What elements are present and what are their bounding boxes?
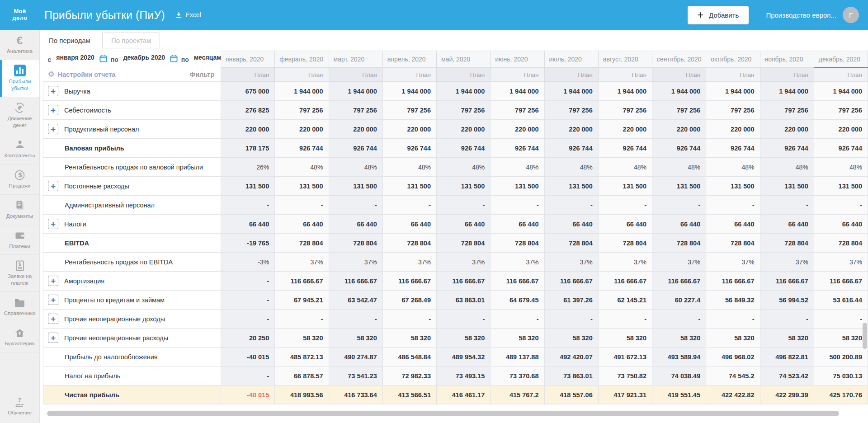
folder-icon (1, 296, 38, 309)
report-settings-link[interactable]: ⚙ Настройки отчета (48, 70, 116, 78)
column-header-month-12[interactable]: декабрь, 2020 (814, 51, 868, 68)
value-cell: 58 320 (760, 329, 814, 348)
column-header-month-7[interactable]: июль, 2020 (544, 51, 598, 68)
value-cell: 728 804 (275, 234, 329, 253)
table-body: +Выручка675 0001 944 0001 944 0001 944 0… (43, 82, 868, 404)
expand-row-button[interactable]: + (48, 276, 58, 286)
calendar-icon-to[interactable] (170, 55, 178, 63)
expand-row-button[interactable]: + (48, 124, 58, 134)
calendar-icon-from[interactable] (99, 55, 107, 63)
value-cell: 58 320 (544, 329, 598, 348)
value-cell: - (491, 196, 544, 215)
column-header-month-2[interactable]: февраль, 2020 (275, 51, 329, 68)
value-cell: 48% (814, 158, 868, 177)
value-cell: 489 954.32 (437, 348, 491, 367)
sidebar-item-profit-loss[interactable]: Прибыли убытки (0, 60, 39, 97)
value-cell: 131 500 (275, 177, 329, 196)
tab-by-periods[interactable]: По периодам (43, 37, 96, 44)
column-header-month-9[interactable]: сентябрь, 2020 (652, 51, 706, 68)
column-header-month-6[interactable]: июнь, 2020 (491, 51, 544, 68)
column-header-month-5[interactable]: май, 2020 (437, 51, 491, 68)
value-cell: 64 679.45 (491, 291, 544, 310)
expand-row-button[interactable]: + (48, 219, 58, 229)
sidebar-item-payment-requests[interactable]: $Заявки на платеж (0, 255, 39, 292)
column-header-month-10[interactable]: октябрь, 2020 (706, 51, 760, 68)
filter-link[interactable]: Фильтр (190, 71, 214, 78)
value-cell: 66 440 (221, 215, 275, 234)
value-cell: 728 804 (382, 234, 436, 253)
expand-row-button[interactable]: + (48, 181, 58, 191)
date-from-input[interactable]: января 2020 (55, 54, 95, 63)
sidebar-item-directories[interactable]: Справочники (0, 292, 39, 322)
group-by-dropdown[interactable]: месяцам (193, 54, 221, 63)
value-cell: 131 500 (329, 177, 382, 196)
report-settings-cell: ⚙ Настройки отчета Фильтр (43, 68, 221, 82)
column-header-month-4[interactable]: апрель, 2020 (382, 51, 436, 68)
value-cell: - (221, 367, 275, 385)
value-cell: 276 825 (221, 101, 275, 120)
column-header-month-1[interactable]: январь, 2020 (221, 51, 275, 68)
value-cell: 116 666.67 (437, 272, 491, 291)
value-cell: 74 038.49 (652, 367, 706, 385)
plan-subheader: План (544, 68, 598, 82)
add-button[interactable]: + Добавить (688, 6, 749, 24)
sidebar-item-label: Прибыли убытки (2, 78, 38, 92)
value-cell: 491 672.13 (598, 348, 652, 367)
expand-row-button[interactable]: + (48, 105, 58, 115)
table-row: +Прочие неоперационные доходы-----------… (43, 310, 868, 329)
table-row: Налог на прибыль-66 878.5773 541.2372 98… (43, 367, 868, 385)
value-cell: - (329, 310, 382, 329)
value-cell: 56 849.32 (706, 291, 760, 310)
value-cell: 797 256 (329, 101, 382, 120)
value-cell: - (329, 196, 382, 215)
avatar[interactable]: Г (843, 7, 859, 23)
value-cell: - (706, 196, 760, 215)
column-header-month-8[interactable]: август, 2020 (598, 51, 652, 68)
column-header-month-11[interactable]: ноябрь, 2020 (760, 51, 814, 68)
sidebar-item-documents[interactable]: Документы (0, 195, 39, 225)
value-cell: 728 804 (652, 234, 706, 253)
value-cell: 73 750.82 (598, 367, 652, 385)
vertical-scrollbar[interactable] (863, 323, 867, 349)
row-label: Себестоимость (64, 107, 111, 114)
euro-icon: € (1, 34, 38, 47)
sidebar-item-learning[interactable]: ?Обучение (0, 391, 39, 421)
value-cell: - (491, 310, 544, 329)
value-cell: 1 944 000 (760, 82, 814, 101)
value-cell: 73 493.15 (437, 367, 491, 385)
value-cell: 496 968.02 (706, 348, 760, 367)
table-row: +Амортизация-116 666.67116 666.67116 666… (43, 272, 868, 291)
expand-row-button[interactable]: + (48, 314, 58, 324)
value-cell: 728 804 (329, 234, 382, 253)
sidebar-item-money-flow[interactable]: ₽Движение денег (0, 97, 39, 134)
value-cell: 37% (329, 253, 382, 272)
sidebar-item-analytics[interactable]: €Аналитика (0, 30, 39, 60)
sidebar-item-sales[interactable]: $Продажи (0, 164, 39, 195)
value-cell: 220 000 (814, 120, 868, 139)
download-icon (175, 11, 182, 19)
tab-by-projects[interactable]: По проектам (102, 33, 160, 48)
expand-row-button[interactable]: + (48, 333, 58, 343)
plan-subheader: План (706, 68, 760, 82)
horizontal-scrollbar[interactable] (47, 411, 839, 416)
sidebar-item-label: Документы (1, 213, 38, 220)
value-cell: 37% (760, 253, 814, 272)
table-row: Чистая прибыль-40 015418 993.56416 733.6… (43, 385, 868, 404)
value-cell: 26% (221, 158, 275, 177)
date-to-input[interactable]: декабрь 2020 (122, 54, 166, 63)
expand-row-button[interactable]: + (48, 295, 58, 305)
sidebar-item-accounting[interactable]: Бухгалтерия (0, 322, 39, 352)
expand-row-button[interactable]: + (48, 86, 58, 96)
plan-subheader: План (652, 68, 706, 82)
sidebar-item-contractors[interactable]: Контрагенты (0, 134, 39, 164)
sidebar-item-payments[interactable]: Платежи (0, 225, 39, 255)
company-name[interactable]: Производство европ... (766, 11, 836, 19)
value-cell: - (382, 310, 436, 329)
value-cell: - (275, 196, 329, 215)
row-label: Продуктивный персонал (64, 126, 139, 133)
moe-delo-logo[interactable]: Моё дело (0, 8, 40, 22)
excel-export-link[interactable]: Excel (175, 11, 201, 19)
column-header-month-3[interactable]: март, 2020 (329, 51, 382, 68)
value-cell: 492 420.07 (544, 348, 598, 367)
value-cell: 37% (491, 253, 544, 272)
